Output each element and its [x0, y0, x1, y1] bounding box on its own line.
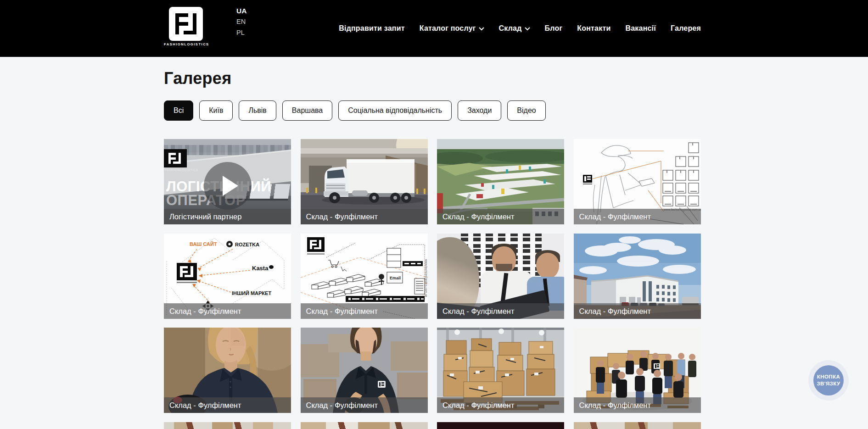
diagram-label-rozetka: ROZETKA [235, 242, 259, 247]
filter-kyiv[interactable]: Київ [199, 100, 233, 121]
lang-ua[interactable]: UA [236, 7, 246, 15]
gallery-item-2[interactable]: Склад - Фулфілмент [301, 139, 428, 224]
main-nav: Відправити запит Каталог послуг Склад Бл… [339, 0, 701, 57]
diagram-label-kasta: Kasta [252, 265, 269, 272]
gallery-item-10[interactable]: Склад - Фулфілмент [301, 328, 428, 413]
filter-video[interactable]: Відео [507, 100, 545, 121]
person-head [536, 253, 559, 279]
gallery-item-16[interactable] [574, 422, 701, 429]
watermark-wordmark: FASHIONLOGISTICS [165, 168, 198, 172]
gallery-item-3[interactable]: Склад - Фулфілмент [437, 139, 564, 224]
diagram-label-other-market: ІНШИЙ МАРКЕТ [232, 290, 271, 296]
filter-events[interactable]: Заходи [458, 100, 501, 121]
tile-caption: Склад - Фулфілмент [301, 397, 428, 413]
gallery-item-4[interactable]: www.fashionlogistics.com.ua Склад - Фулф… [574, 139, 701, 224]
dark-warehouse-photo [437, 422, 564, 429]
warehouse-rack-photo [301, 422, 428, 429]
tile-caption: Склад - Фулфілмент [574, 209, 701, 224]
site-logo[interactable]: FASHIONLOGISTICS [164, 7, 208, 46]
nav-contacts[interactable]: Контакти [577, 24, 610, 33]
fl-logo-small [177, 263, 197, 283]
nav-warehouse[interactable]: Склад [499, 24, 530, 33]
tile-caption: Склад - Фулфілмент [437, 397, 564, 413]
gallery-item-14[interactable] [301, 422, 428, 429]
gallery-item-12[interactable]: Склад - Фулфілмент [574, 328, 701, 413]
fl-chest-logo [378, 381, 386, 388]
gallery-item-1-video[interactable]: FASHIONLOGISTICS ЛОГІСТИЧНИЙ ОПЕРАТОР Ло… [164, 139, 291, 224]
diagram-label-email: Email [390, 276, 401, 280]
filter-all[interactable]: Всі [164, 100, 193, 121]
person-beard [496, 264, 512, 272]
warehouse-rack-photo [164, 422, 291, 429]
filter-social-responsibility[interactable]: Соціальна відповідальність [338, 100, 452, 121]
tile-caption: Склад - Фулфілмент [301, 209, 428, 224]
gallery-item-11[interactable]: Склад - Фулфілмент [437, 328, 564, 413]
nav-blog[interactable]: Блог [545, 24, 563, 33]
gallery-item-13[interactable] [164, 422, 291, 429]
nav-vacancies[interactable]: Вакансії [626, 24, 656, 33]
page-title: Галерея [164, 69, 701, 88]
nav-gallery[interactable]: Галерея [671, 24, 701, 33]
tile-caption: Логістичний партнер [164, 209, 291, 224]
tile-caption: Склад - Фулфілмент [164, 397, 291, 413]
filter-warsaw[interactable]: Варшава [282, 100, 332, 121]
gallery-page: FASHIONLOGISTICS UA EN PL Відправити зап… [0, 0, 868, 429]
language-switcher: UA EN PL [236, 7, 246, 37]
nav-services-catalog[interactable]: Каталог послуг [420, 24, 484, 33]
gallery-item-9[interactable]: Склад - Фулфілмент [164, 328, 291, 413]
filter-lviv[interactable]: Львів [239, 100, 276, 121]
site-header: FASHIONLOGISTICS UA EN PL Відправити зап… [0, 0, 868, 57]
diagram-label-your-site: ВАШ САЙТ [190, 241, 217, 247]
gallery-filters: Всі Київ Львів Варшава Соціальна відпові… [164, 100, 701, 121]
warehouse-rack-photo [574, 422, 701, 429]
tile-caption: Склад - Фулфілмент [574, 303, 701, 319]
gallery-item-8[interactable]: Склад - Фулфілмент [574, 234, 701, 319]
tile-caption: Склад - Фулфілмент [164, 303, 291, 319]
tile-caption: Склад - Фулфілмент [437, 303, 564, 319]
diagram-url-vertical-text: www.fashionlogistics.com.ua [424, 259, 428, 297]
gallery-item-6[interactable]: Email www.fashionlogistics.com.ua [301, 234, 428, 319]
lang-en[interactable]: EN [236, 18, 246, 26]
tile-caption: Склад - Фулфілмент [301, 303, 428, 319]
gallery-item-15[interactable] [437, 422, 564, 429]
fl-logo-icon [169, 7, 203, 41]
lang-pl[interactable]: PL [236, 29, 246, 37]
play-icon[interactable] [204, 162, 252, 210]
contact-button-label: КНОПКА ЗВ'ЯЗКУ [813, 365, 844, 396]
gallery-item-7[interactable]: Склад - Фулфілмент [437, 234, 564, 319]
nav-send-request[interactable]: Відправити запит [339, 24, 404, 33]
contact-floating-button[interactable]: КНОПКА ЗВ'ЯЗКУ [808, 360, 849, 401]
gallery-grid: FASHIONLOGISTICS ЛОГІСТИЧНИЙ ОПЕРАТОР Ло… [164, 139, 701, 429]
chevron-down-icon [479, 27, 484, 31]
logo-wordmark: FASHIONLOGISTICS [164, 42, 208, 46]
tile-caption: Склад - Фулфілмент [437, 209, 564, 224]
gallery-item-5[interactable]: ВАШ САЙТ ROZETKA Kasta ІНШИЙ МАРКЕТ [164, 234, 291, 319]
chevron-down-icon [525, 27, 530, 31]
fl-logo-watermark [164, 149, 187, 167]
tile-caption: Склад - Фулфілмент [574, 397, 701, 413]
